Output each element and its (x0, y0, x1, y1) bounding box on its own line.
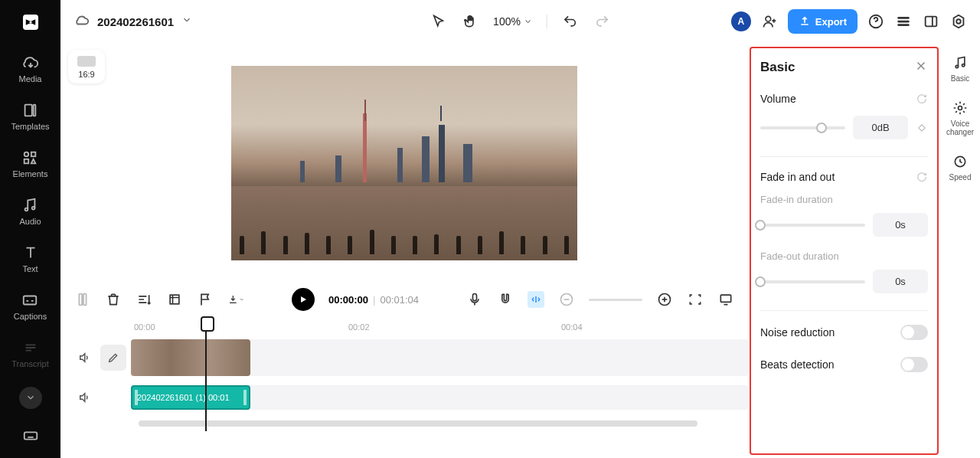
keyboard-icon[interactable] (22, 427, 39, 447)
sort-button[interactable] (136, 291, 152, 308)
preview-area[interactable] (60, 44, 748, 283)
project-title[interactable]: 202402261601 (73, 11, 192, 31)
rail-audio-label: Audio (19, 217, 41, 226)
queue-icon[interactable] (894, 12, 913, 31)
svg-rect-4 (31, 152, 36, 157)
topbar: 202402261601 100% A Export (60, 0, 980, 44)
add-user-icon[interactable] (760, 12, 779, 31)
app-logo[interactable] (17, 9, 44, 36)
right-panels: Basic Volume 0dB (748, 44, 980, 458)
svg-rect-2 (34, 105, 36, 116)
speaker-icon[interactable] (73, 391, 96, 404)
download-button[interactable] (227, 291, 244, 308)
text-icon (22, 244, 39, 261)
close-icon[interactable] (914, 59, 928, 76)
rail-elements[interactable]: Elements (13, 149, 48, 178)
flag-button[interactable] (197, 291, 214, 308)
slider-thumb[interactable] (755, 220, 766, 231)
reset-icon[interactable] (916, 93, 928, 105)
playhead[interactable] (205, 316, 207, 431)
rail-templates-label: Templates (11, 122, 49, 131)
rail-templates[interactable]: Templates (11, 102, 49, 131)
svg-rect-32 (919, 124, 925, 130)
ruler-tick: 00:02 (348, 322, 370, 332)
redo-button[interactable] (593, 12, 612, 31)
preview-mode-button[interactable] (717, 291, 734, 308)
upload-icon (799, 15, 811, 28)
ruler[interactable]: 00:00 00:02 00:04 (126, 316, 748, 339)
voice-icon (952, 100, 969, 116)
mic-button[interactable] (466, 291, 483, 308)
reset-icon[interactable] (916, 171, 928, 183)
work-area: 16:9 (60, 44, 980, 458)
export-button[interactable]: Export (788, 9, 858, 34)
timeline-controls: 00:00:00 | 00:01:04 (60, 283, 748, 316)
zoom-level[interactable]: 100% (493, 15, 533, 28)
beats-detection-toggle[interactable] (900, 357, 928, 372)
fade-out-value[interactable]: 0s (873, 270, 928, 293)
undo-button[interactable] (561, 12, 580, 31)
current-time: 00:00:00 (328, 294, 368, 306)
svg-marker-29 (80, 394, 85, 402)
keyframe-icon[interactable] (916, 122, 928, 134)
svg-point-34 (962, 64, 964, 67)
hand-tool[interactable] (461, 12, 479, 31)
noise-reduction-row: Noise reduction (760, 325, 928, 340)
rail-captions[interactable]: Captions (14, 292, 47, 321)
rail-media[interactable]: Media (19, 54, 42, 83)
zoom-in-button[interactable] (656, 291, 673, 308)
video-track-body[interactable] (131, 339, 748, 376)
svg-rect-27 (720, 295, 730, 302)
audio-track-body[interactable]: 202402261601 (1) 00:01 (131, 385, 748, 410)
cursor-tool[interactable] (429, 12, 447, 31)
play-button[interactable] (292, 288, 315, 311)
svg-rect-18 (83, 294, 87, 306)
volume-value[interactable]: 0dB (853, 116, 908, 139)
rr-basic-label: Basic (951, 74, 969, 83)
rail-expand-button[interactable] (19, 387, 42, 409)
ruler-tick: 00:04 (561, 322, 583, 332)
help-icon[interactable] (867, 12, 885, 31)
divider (547, 15, 547, 28)
slider-thumb[interactable] (816, 123, 827, 133)
rail-audio[interactable]: Audio (19, 197, 41, 226)
speaker-icon[interactable] (73, 351, 96, 365)
svg-point-16 (956, 19, 961, 24)
rail-transcript[interactable]: Transcript (11, 339, 49, 368)
rail-captions-label: Captions (14, 312, 47, 321)
magnet-button[interactable] (497, 291, 514, 308)
split-tool[interactable] (74, 291, 91, 308)
fit-button[interactable] (687, 291, 704, 308)
aspect-shape-icon (77, 56, 96, 67)
fade-in-slider[interactable] (760, 224, 865, 227)
rail-text-label: Text (22, 264, 38, 273)
noise-reduction-toggle[interactable] (900, 325, 928, 340)
rr-voice-label: Voice changer (940, 119, 980, 136)
aspect-chip[interactable]: 16:9 (68, 50, 105, 83)
pencil-icon[interactable] (100, 345, 126, 371)
volume-slider[interactable] (760, 126, 845, 129)
fade-in-value[interactable]: 0s (873, 213, 928, 237)
rr-voice-changer[interactable]: Voice changer (940, 100, 980, 136)
panels-icon[interactable] (922, 12, 940, 31)
svg-rect-19 (170, 295, 179, 304)
video-preview (231, 66, 577, 260)
slider-thumb[interactable] (755, 276, 766, 287)
zoom-out-button[interactable] (558, 291, 575, 308)
snap-button[interactable] (528, 291, 544, 308)
fade-out-slider[interactable] (760, 280, 865, 283)
settings-icon[interactable] (949, 12, 968, 31)
elements-icon (21, 149, 38, 166)
avatar[interactable]: A (731, 11, 751, 31)
rr-basic[interactable]: Basic (951, 54, 969, 83)
beats-detection-label: Beats detection (760, 358, 835, 371)
rail-text[interactable]: Text (22, 244, 39, 273)
zoom-slider[interactable] (589, 299, 642, 301)
delete-button[interactable] (105, 291, 122, 308)
horizontal-scrollbar[interactable] (139, 420, 697, 427)
crop-button[interactable] (166, 291, 183, 308)
audio-clip[interactable]: 202402261601 (1) 00:01 (131, 385, 250, 410)
rr-speed[interactable]: Speed (949, 153, 972, 182)
video-clip[interactable] (131, 339, 250, 376)
rail-elements-label: Elements (13, 169, 48, 178)
